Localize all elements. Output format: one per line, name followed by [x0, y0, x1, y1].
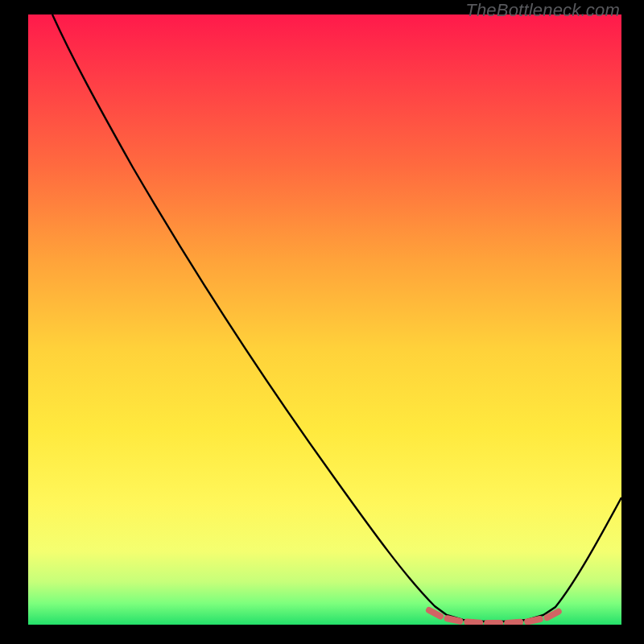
watermark-text: TheBottleneck.com	[465, 0, 620, 21]
chart-frame: TheBottleneck.com	[0, 0, 644, 644]
gradient-plot-area	[28, 14, 621, 625]
